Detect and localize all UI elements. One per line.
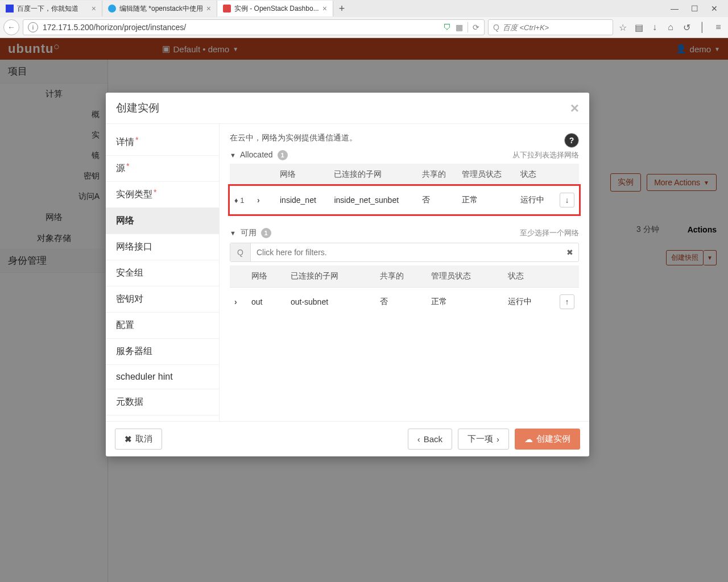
back-button[interactable]: ‹ Back	[408, 429, 452, 450]
add-row-button[interactable]: ↑	[560, 294, 574, 309]
tab-title: 编辑随笔 *openstack中使用	[119, 4, 203, 14]
close-icon[interactable]: ×	[570, 103, 579, 113]
search-engine-icon: Q	[493, 23, 499, 32]
pane-description: 在云中，网络为实例提供通信通道。	[230, 133, 579, 143]
col-subnets: 已连接的子网	[329, 164, 417, 186]
search-icon: Q	[230, 243, 251, 261]
tab-title: 百度一下，你就知道	[17, 4, 88, 14]
available-section: 至少选择一个网络 ▼ 可用 1 Q ✖ 网络	[230, 228, 579, 316]
col-status: 状态	[503, 265, 555, 288]
col-subnets: 已连接的子网	[286, 265, 375, 288]
wizard-step-config[interactable]: 配置	[106, 313, 219, 339]
new-tab-button[interactable]: +	[333, 3, 351, 15]
close-icon[interactable]: ×	[322, 4, 327, 13]
clear-filter-icon[interactable]: ✖	[561, 243, 578, 261]
filter-input[interactable]	[251, 243, 561, 261]
allocated-section: 从下拉列表选择网络 ▼ Allocated 1 网络 已连接的子网 共享的 管理…	[230, 150, 579, 214]
available-count-badge: 1	[261, 228, 271, 238]
window-controls: — ☐ ✕	[660, 4, 728, 13]
expand-icon[interactable]: ›	[257, 196, 260, 205]
menu-icon[interactable]: ≡	[712, 22, 725, 32]
save-icon[interactable]: ▤	[632, 22, 645, 33]
modal-footer: ✖ 取消 ‹ Back 下一项 › ☁ 创建实例	[106, 421, 589, 456]
modal-title: 创建实例	[116, 101, 159, 115]
page-backdrop: ubuntu◌ ▣ Default • demo ▼ 👤 demo ▼ 项目 计…	[0, 38, 728, 582]
separator	[468, 22, 468, 32]
launch-instance-button[interactable]: ☁ 创建实例	[515, 429, 580, 450]
create-instance-modal: 创建实例 × 详情* 源* 实例类型* 网络 网络接口 安全组 密钥对 配置 服…	[106, 93, 589, 456]
available-table: 网络 已连接的子网 共享的 管理员状态 状态 › out out-subnet …	[230, 265, 579, 316]
cell-subnet: inside_net_sunbet	[329, 186, 417, 215]
reload-icon[interactable]: ⟳	[473, 23, 479, 32]
cell-admin: 正常	[427, 288, 503, 317]
cell-subnet: out-subnet	[286, 288, 375, 317]
tab-title: 实例 - OpenStack Dashbo...	[234, 4, 319, 14]
tab-strip: 百度一下，你就知道 × 编辑随笔 *openstack中使用 × 实例 - Op…	[0, 0, 728, 17]
filter-bar: Q ✖	[230, 243, 579, 262]
minimize-icon[interactable]: —	[671, 4, 679, 13]
cell-status: 运行中	[516, 186, 555, 215]
wizard-step-metadata[interactable]: 元数据	[106, 389, 219, 415]
home-icon[interactable]: ⌂	[664, 22, 677, 32]
chevron-down-icon: ▼	[230, 230, 236, 236]
separator: │	[696, 22, 709, 32]
cell-status: 运行中	[503, 288, 555, 317]
col-status: 状态	[516, 164, 555, 186]
browser-tab-1[interactable]: 编辑随笔 *openstack中使用 ×	[102, 1, 217, 16]
reorder-handle[interactable]: ♦ 1	[234, 196, 244, 205]
col-network: 网络	[275, 164, 329, 186]
browser-chrome: 百度一下，你就知道 × 编辑随笔 *openstack中使用 × 实例 - Op…	[0, 0, 728, 38]
cancel-button[interactable]: ✖ 取消	[115, 429, 162, 450]
next-button[interactable]: 下一项 ›	[458, 429, 509, 450]
downloads-icon[interactable]: ↓	[648, 22, 661, 32]
favicon-icon	[108, 5, 116, 13]
col-network: 网络	[247, 265, 286, 288]
history-icon[interactable]: ↺	[680, 22, 693, 33]
wizard-step-flavor[interactable]: 实例类型*	[106, 182, 219, 208]
help-icon[interactable]: ?	[564, 133, 579, 148]
browser-tab-2[interactable]: 实例 - OpenStack Dashbo... ×	[217, 1, 333, 16]
url-input[interactable]	[43, 23, 439, 32]
available-row: › out out-subnet 否 正常 运行中 ↑	[230, 288, 579, 317]
wizard-step-networks[interactable]: 网络	[106, 208, 219, 234]
allocated-count-badge: 1	[278, 150, 288, 160]
close-icon[interactable]: ×	[92, 4, 96, 13]
shield-icon[interactable]: ⛉	[443, 23, 451, 32]
col-shared: 共享的	[417, 164, 457, 186]
bookmark-icon[interactable]: ☆	[617, 22, 629, 33]
wizard-step-scheduler[interactable]: scheduler hint	[106, 365, 219, 389]
wizard-step-servergroup[interactable]: 服务器组	[106, 339, 219, 365]
wizard-steps: 详情* 源* 实例类型* 网络 网络接口 安全组 密钥对 配置 服务器组 sch…	[106, 124, 220, 421]
favicon-icon	[6, 5, 14, 13]
address-bar-row: ← i ⛉ ▦ ⟳ Q ☆ ▤ ↓ ⌂ ↺ │ ≡	[0, 17, 728, 38]
available-hint: 至少选择一个网络	[520, 228, 579, 238]
allocated-toggle[interactable]: ▼ Allocated 1	[230, 150, 288, 159]
expand-icon[interactable]: ›	[234, 297, 237, 306]
favicon-icon	[223, 5, 231, 13]
allocated-hint: 从下拉列表选择网络	[512, 150, 579, 160]
allocated-table: 网络 已连接的子网 共享的 管理员状态 状态 ♦ 1 › inside_net …	[230, 164, 579, 214]
qr-icon[interactable]: ▦	[456, 23, 463, 32]
remove-row-button[interactable]: ↓	[560, 193, 574, 207]
close-icon[interactable]: ×	[206, 4, 211, 13]
browser-tab-0[interactable]: 百度一下，你就知道 ×	[0, 1, 102, 16]
allocated-row: ♦ 1 › inside_net inside_net_sunbet 否 正常 …	[230, 186, 579, 215]
wizard-step-details[interactable]: 详情*	[106, 130, 219, 156]
search-input[interactable]	[503, 23, 608, 32]
maximize-icon[interactable]: ☐	[691, 4, 698, 13]
close-window-icon[interactable]: ✕	[711, 4, 718, 13]
search-bar[interactable]: Q	[488, 19, 613, 35]
wizard-step-secgroups[interactable]: 安全组	[106, 260, 219, 286]
site-info-icon[interactable]: i	[28, 22, 38, 32]
wizard-step-ports[interactable]: 网络接口	[106, 234, 219, 260]
modal-header: 创建实例 ×	[106, 93, 589, 124]
table-header-row: 网络 已连接的子网 共享的 管理员状态 状态	[230, 265, 579, 288]
wizard-step-keypair[interactable]: 密钥对	[106, 286, 219, 313]
wizard-step-source[interactable]: 源*	[106, 156, 219, 182]
available-toggle[interactable]: ▼ 可用 1	[230, 228, 271, 237]
back-button[interactable]: ←	[3, 19, 19, 35]
col-admin: 管理员状态	[457, 164, 516, 186]
cell-network: inside_net	[275, 186, 329, 215]
url-bar[interactable]: i ⛉ ▦ ⟳	[23, 19, 485, 35]
chevron-down-icon: ▼	[230, 152, 236, 159]
